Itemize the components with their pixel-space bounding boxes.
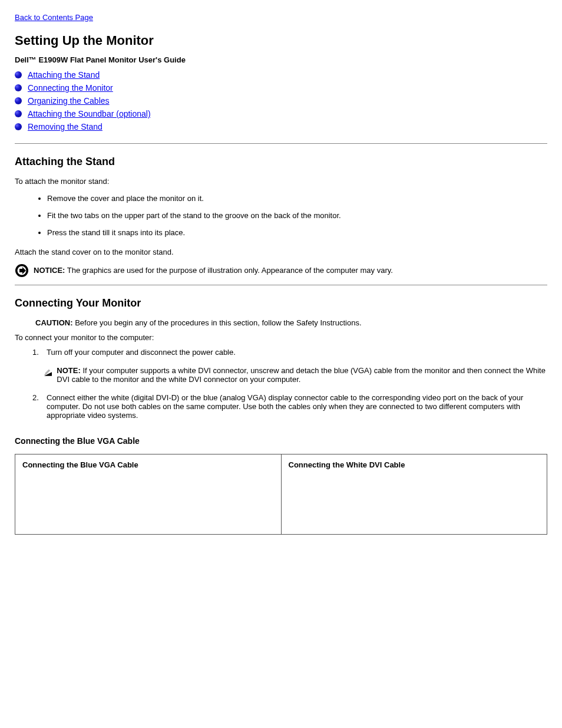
toc-link-organizing-cables[interactable]: Organizing the Cables	[28, 96, 110, 106]
note-body: If your computer supports a white DVI co…	[57, 366, 546, 384]
table-of-contents: Attaching the Stand Connecting the Monit…	[15, 70, 547, 131]
step-text: Connect either the white (digital DVI-D)…	[47, 393, 547, 420]
notice-text: NOTICE: The graphics are used for the pu…	[34, 266, 393, 275]
note-label: NOTE:	[57, 366, 80, 375]
step-1: 1. Turn off your computer and disconnect…	[32, 348, 547, 357]
step-number: 2.	[32, 393, 47, 420]
page-subtitle: Dell™ E1909W Flat Panel Monitor User's G…	[15, 55, 547, 64]
arrow-right-circle-icon	[15, 263, 29, 278]
attaching-stand-closing: Attach the stand cover on to the monitor…	[15, 248, 547, 256]
cable-table: Connecting the Blue VGA Cable Connecting…	[15, 454, 547, 535]
notice-block: NOTICE: The graphics are used for the pu…	[15, 266, 547, 278]
list-item: Remove the cover and place the monitor o…	[47, 194, 547, 203]
page-title: Setting Up the Monitor	[15, 33, 547, 48]
step-number: 1.	[32, 348, 47, 357]
notice-label: NOTICE:	[34, 266, 65, 275]
section-heading-attaching-stand: Attaching the Stand	[15, 156, 547, 168]
divider	[15, 285, 547, 285]
attaching-stand-steps: Remove the cover and place the monitor o…	[15, 194, 547, 237]
note-text: NOTE: If your computer supports a white …	[57, 366, 547, 384]
bullet-sphere-icon	[15, 97, 22, 104]
table-header-vga: Connecting the Blue VGA Cable	[15, 454, 282, 535]
caution-label: CAUTION:	[35, 318, 73, 327]
table-header-dvi: Connecting the White DVI Cable	[281, 454, 547, 535]
step-text: Turn off your computer and disconnect th…	[47, 348, 236, 357]
list-item: Press the stand till it snaps into its p…	[47, 228, 547, 237]
bullet-sphere-icon	[15, 84, 22, 91]
bullet-sphere-icon	[15, 71, 22, 78]
note-pencil-icon	[44, 366, 52, 378]
caution-block: CAUTION: Before you begin any of the pro…	[35, 318, 547, 327]
bullet-sphere-icon	[15, 123, 22, 130]
toc-link-removing-stand[interactable]: Removing the Stand	[28, 122, 103, 131]
notice-body: The graphics are used for the purpose of…	[67, 266, 393, 275]
toc-link-attaching-soundbar[interactable]: Attaching the Soundbar (optional)	[28, 109, 151, 118]
connecting-intro: To connect your monitor to the computer:	[15, 333, 547, 342]
caution-body: Before you begin any of the procedures i…	[75, 318, 361, 327]
back-to-contents-link[interactable]: Back to Contents Page	[15, 13, 93, 22]
section-heading-connecting-monitor: Connecting Your Monitor	[15, 297, 547, 309]
note-block: NOTE: If your computer supports a white …	[44, 366, 547, 384]
toc-link-connecting-monitor[interactable]: Connecting the Monitor	[28, 83, 113, 93]
toc-link-attaching-stand[interactable]: Attaching the Stand	[28, 70, 100, 80]
subsection-heading-vga: Connecting the Blue VGA Cable	[15, 436, 547, 446]
bullet-sphere-icon	[15, 110, 22, 117]
list-item: Fit the two tabs on the upper part of th…	[47, 211, 547, 220]
attaching-stand-intro: To attach the monitor stand:	[15, 177, 547, 186]
divider	[15, 143, 547, 144]
step-2: 2. Connect either the white (digital DVI…	[32, 393, 547, 420]
